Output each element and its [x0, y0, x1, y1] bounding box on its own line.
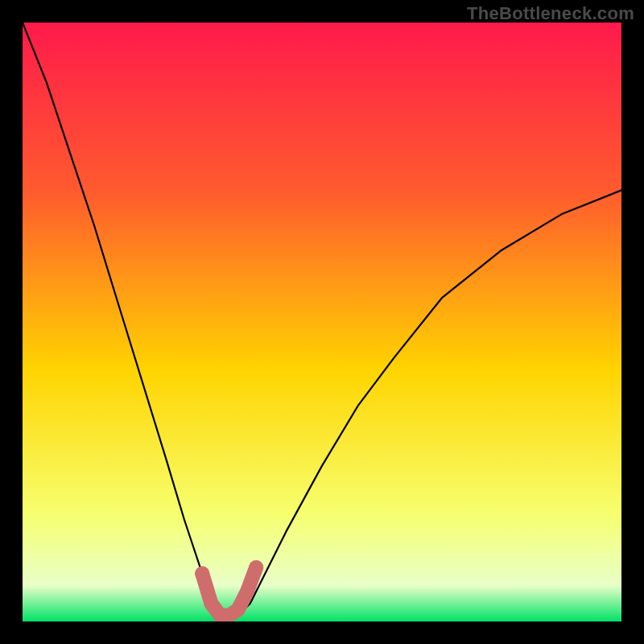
- highlight-dot: [240, 584, 254, 599]
- watermark-text: TheBottleneck.com: [467, 3, 634, 24]
- gradient-background: [23, 23, 621, 621]
- highlight-dot: [231, 602, 246, 617]
- highlight-dot: [195, 567, 209, 581]
- plot-area: [23, 23, 621, 621]
- plot-svg: [23, 23, 621, 621]
- chart-frame: TheBottleneck.com: [0, 0, 644, 644]
- highlight-dot: [204, 597, 218, 611]
- highlight-dot: [249, 560, 263, 575]
